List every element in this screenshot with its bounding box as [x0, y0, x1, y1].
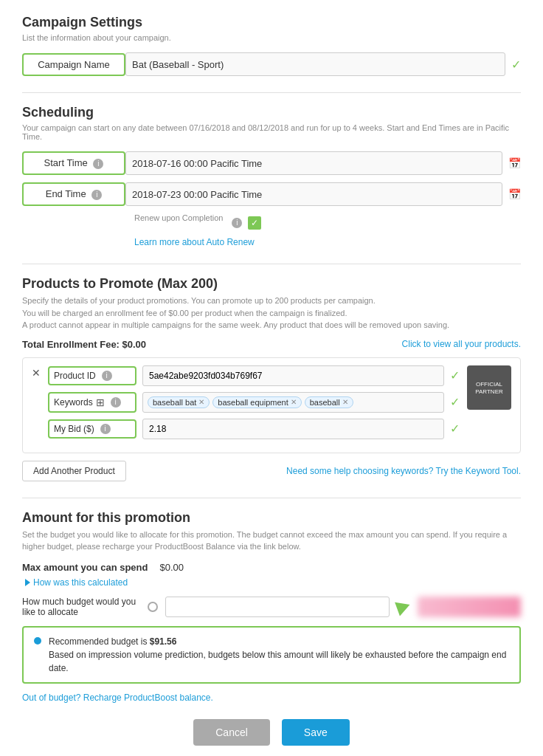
start-time-info-icon[interactable]: i [93, 159, 103, 169]
cancel-button[interactable]: Cancel [193, 719, 270, 746]
amount-desc: Set the budget you would like to allocat… [22, 529, 521, 553]
remove-keyword-1[interactable]: ✕ [198, 398, 204, 406]
keywords-label: Keywords ⊞ i [48, 392, 136, 413]
start-time-label: Start Time i [22, 151, 125, 175]
product-thumbnail: OFFICIAL PARTNER [467, 365, 511, 410]
campaign-name-label: Campaign Name [22, 53, 125, 76]
bid-input[interactable] [142, 419, 444, 439]
renew-row: Renew upon Completion i ✓ [22, 213, 521, 233]
remove-keyword-2[interactable]: ✕ [291, 398, 297, 406]
budget-radio[interactable] [148, 602, 158, 612]
renew-label: Renew upon Completion [134, 213, 223, 222]
recommended-text: Recommended budget is $91.56 Based on im… [49, 635, 509, 675]
remove-product-button[interactable]: ✕ [32, 365, 41, 379]
budget-row: How much budget would you like to alloca… [22, 597, 521, 617]
campaign-settings-section: Campaign Settings List the information a… [22, 15, 521, 76]
end-time-calendar-icon[interactable]: 📅 [508, 188, 521, 200]
products-desc1: Specify the details of your product prom… [22, 295, 521, 331]
scheduling-section: Scheduling Your campaign can start on an… [22, 105, 521, 247]
arrow-green-icon [395, 597, 412, 616]
svg-text:OFFICIAL: OFFICIAL [476, 380, 503, 387]
amount-title: Amount for this promotion [22, 510, 521, 526]
keyword-tag-1: baseball bat ✕ [148, 396, 210, 408]
campaign-name-row: Campaign Name ✓ [22, 52, 521, 76]
renew-info-icon[interactable]: i [232, 218, 242, 228]
products-section: Products to Promote (Max 200) Specify th… [22, 276, 521, 481]
auto-renew-link[interactable]: Learn more about Auto Renew [22, 237, 521, 247]
product-id-check-icon: ✓ [450, 368, 460, 382]
keywords-check-icon: ✓ [450, 395, 460, 409]
svg-text:PARTNER: PARTNER [475, 388, 503, 394]
scheduling-title: Scheduling [22, 105, 521, 120]
save-button[interactable]: Save [282, 719, 350, 746]
footer-buttons: Cancel Save [22, 719, 521, 757]
budget-label: How much budget would you like to alloca… [22, 597, 140, 617]
recommended-budget-box: Recommended budget is $91.56 Based on im… [22, 626, 521, 684]
bid-row: My Bid ($) i ✓ [48, 419, 460, 439]
end-time-input[interactable] [125, 182, 502, 206]
start-time-row: Start Time i 📅 [22, 151, 521, 175]
renew-checkbox[interactable]: ✓ [248, 216, 261, 230]
campaign-name-check-icon: ✓ [511, 58, 521, 72]
keyword-tag-2: baseball equipment ✕ [212, 396, 301, 408]
keyword-tag-3: baseball ✕ [305, 396, 353, 408]
keywords-row: Keywords ⊞ i baseball bat ✕ baseball equ [48, 392, 460, 413]
enrollment-fee-label: Total Enrollment Fee: $0.00 [22, 339, 146, 350]
keyword-help-link[interactable]: Need some help choosing keywords? Try th… [286, 466, 521, 476]
page-subtitle: List the information about your campaign… [22, 33, 521, 42]
scheduling-subtitle: Your campaign can start on any date betw… [22, 123, 521, 141]
end-time-info-icon[interactable]: i [91, 190, 102, 200]
remove-keyword-3[interactable]: ✕ [342, 398, 348, 406]
end-time-input-wrap: 📅 [125, 182, 521, 206]
budget-input-wrap [165, 597, 521, 617]
campaign-name-input[interactable] [125, 52, 505, 76]
campaign-name-input-wrap: ✓ [125, 52, 521, 76]
product-fields: Product ID i ✓ Keywords ⊞ i [48, 365, 460, 445]
blue-dot-icon [34, 637, 41, 645]
out-of-budget-link[interactable]: Out of budget? Recharge ProductBoost bal… [22, 693, 521, 703]
bid-label: My Bid ($) i [48, 419, 136, 439]
max-amount-label: Max amount you can spend [22, 562, 148, 573]
recommended-value: $91.56 [150, 636, 177, 647]
budget-input[interactable] [165, 597, 390, 617]
products-bottom-row: Add Another Product Need some help choos… [22, 461, 521, 481]
bid-info-icon[interactable]: i [100, 424, 111, 434]
bid-check-icon: ✓ [450, 422, 460, 436]
keywords-info-icon[interactable]: i [111, 397, 121, 408]
max-amount-value: $0.00 [159, 562, 184, 573]
products-title: Products to Promote (Max 200) [22, 276, 521, 292]
product-card: ✕ Product ID i ✓ [22, 357, 521, 453]
page-title: Campaign Settings [22, 15, 521, 30]
start-time-input-wrap: 📅 [125, 151, 521, 175]
calculated-row: How was this calculated [22, 577, 521, 588]
end-time-label: End Time i [22, 182, 125, 206]
product-card-inner: ✕ Product ID i ✓ [32, 365, 511, 445]
budget-blurred-value [418, 597, 521, 617]
product-id-row: Product ID i ✓ [48, 365, 460, 386]
product-id-info-icon[interactable]: i [102, 371, 112, 381]
calculated-link[interactable]: How was this calculated [25, 577, 521, 588]
max-amount-row: Max amount you can spend $0.00 [22, 562, 521, 573]
add-keyword-icon[interactable]: ⊞ [96, 396, 105, 408]
amount-section: Amount for this promotion Set the budget… [22, 510, 521, 703]
view-products-link[interactable]: Click to view all your products. [402, 339, 521, 349]
enrollment-row: Total Enrollment Fee: $0.00 Click to vie… [22, 339, 521, 350]
add-product-button[interactable]: Add Another Product [22, 461, 126, 481]
end-time-row: End Time i 📅 [22, 182, 521, 206]
start-time-input[interactable] [125, 151, 502, 175]
start-time-calendar-icon[interactable]: 📅 [508, 157, 521, 169]
product-id-label: Product ID i [48, 366, 136, 385]
triangle-icon [25, 579, 30, 586]
keywords-container[interactable]: baseball bat ✕ baseball equipment ✕ base… [142, 392, 444, 413]
product-id-input[interactable] [142, 365, 444, 386]
